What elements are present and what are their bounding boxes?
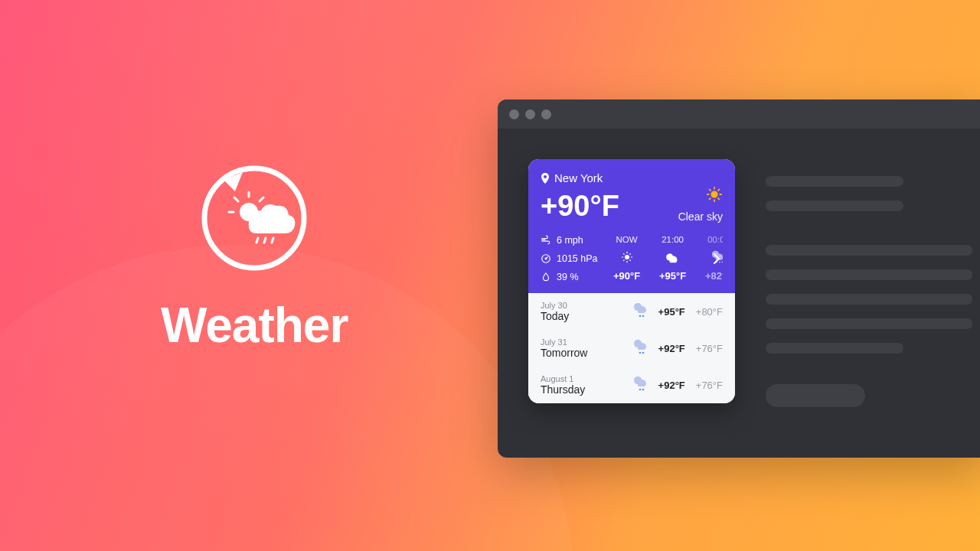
skeleton-line xyxy=(766,201,903,211)
hour-item[interactable]: NOW +90°F xyxy=(607,235,647,282)
hour-temp: +95°F xyxy=(659,270,686,282)
sun-icon xyxy=(620,250,634,264)
svg-line-15 xyxy=(710,190,710,191)
forecast-lo: +80°F xyxy=(696,306,723,318)
skeleton-line xyxy=(766,294,972,305)
humidity-value: 39 % xyxy=(557,272,579,282)
svg-point-10 xyxy=(710,191,717,197)
wind-value: 6 mph xyxy=(557,235,583,246)
skeleton-line xyxy=(766,176,903,187)
window-close-dot[interactable] xyxy=(509,109,519,119)
skeleton-line xyxy=(766,343,903,354)
forecast-lo: +76°F xyxy=(696,343,723,354)
window-titlebar[interactable] xyxy=(498,99,980,129)
svg-line-17 xyxy=(710,198,710,199)
svg-line-4 xyxy=(234,197,238,201)
forecast-day[interactable]: July 31 Tomorrow +92°F +76°F xyxy=(528,330,735,367)
condition-text: Clear sky xyxy=(678,210,723,223)
pressure-icon xyxy=(541,253,551,264)
hero-title: Weather xyxy=(161,297,348,354)
metric-humidity: 39 % xyxy=(541,272,598,282)
forecast-date: July 31 xyxy=(541,337,625,347)
hour-time: 21:00 xyxy=(662,235,684,244)
browser-body: New York +90°F Clear sky xyxy=(498,129,980,458)
wind-icon xyxy=(541,235,551,246)
svg-line-28 xyxy=(623,260,624,261)
chevron-right-icon[interactable] xyxy=(710,253,723,265)
forecast-date: July 30 xyxy=(541,301,625,310)
hour-time: 00:00 xyxy=(707,235,723,244)
forecast-name: Thursday xyxy=(541,383,625,396)
hourly-forecast[interactable]: NOW +90°F 21:00 +95°F xyxy=(607,235,723,282)
cloud-icon xyxy=(665,250,681,264)
forecast-hi: +92°F xyxy=(658,343,685,354)
cloud-rain-icon xyxy=(632,303,651,320)
daily-forecast: July 30 Today +95°F +80°F July 31 Tomorr… xyxy=(528,293,735,403)
metrics: 6 mph 1015 hPa 39 % xyxy=(541,235,598,282)
hero: Weather xyxy=(161,153,348,354)
cloud-rain-icon xyxy=(632,340,651,357)
metric-pressure: 1015 hPa xyxy=(541,253,598,264)
pressure-value: 1015 hPa xyxy=(557,253,598,264)
skeleton-line xyxy=(766,269,972,280)
forecast-name: Today xyxy=(541,310,625,322)
weather-logo-icon xyxy=(189,153,319,283)
svg-line-18 xyxy=(718,190,719,191)
svg-point-36 xyxy=(642,352,644,354)
browser-window: New York +90°F Clear sky xyxy=(498,99,980,458)
location-name: New York xyxy=(554,171,603,184)
forecast-hi: +95°F xyxy=(658,306,685,318)
hour-temp: +82°F xyxy=(705,270,723,282)
hour-temp: +90°F xyxy=(613,270,640,282)
forecast-day[interactable]: July 30 Today +95°F +80°F xyxy=(528,293,735,330)
svg-point-21 xyxy=(625,255,629,259)
svg-line-9 xyxy=(272,238,273,243)
svg-point-37 xyxy=(639,389,641,391)
weather-card: New York +90°F Clear sky xyxy=(528,159,735,403)
window-minimize-dot[interactable] xyxy=(525,109,535,119)
weather-card-header: New York +90°F Clear sky xyxy=(528,159,735,293)
skeleton-line xyxy=(766,245,972,256)
location-row[interactable]: New York xyxy=(541,171,723,184)
svg-line-5 xyxy=(260,197,263,201)
svg-line-29 xyxy=(629,254,630,255)
hour-item[interactable]: 21:00 +95°F xyxy=(653,235,693,282)
svg-point-20 xyxy=(545,258,547,259)
current-temperature: +90°F xyxy=(541,190,619,223)
skeleton-button xyxy=(766,384,865,407)
forecast-day[interactable]: August 1 Thursday +92°F +76°F xyxy=(528,367,735,403)
svg-line-16 xyxy=(718,198,719,199)
svg-line-8 xyxy=(264,238,266,243)
window-zoom-dot[interactable] xyxy=(541,109,551,119)
skeleton-content xyxy=(766,176,980,407)
svg-line-27 xyxy=(629,260,630,261)
svg-point-33 xyxy=(639,315,641,318)
forecast-hi: +92°F xyxy=(658,380,685,391)
location-pin-icon xyxy=(541,173,550,184)
sun-icon xyxy=(706,186,723,203)
metric-wind: 6 mph xyxy=(541,235,598,246)
svg-line-7 xyxy=(256,238,258,243)
svg-line-26 xyxy=(623,254,624,255)
svg-point-35 xyxy=(639,352,641,354)
forecast-lo: +76°F xyxy=(696,380,723,391)
forecast-date: August 1 xyxy=(541,374,625,383)
svg-point-34 xyxy=(642,315,644,318)
hour-time: NOW xyxy=(616,235,637,244)
svg-point-38 xyxy=(642,389,644,391)
humidity-icon xyxy=(541,272,551,282)
skeleton-line xyxy=(766,318,972,329)
forecast-name: Tomorrow xyxy=(541,347,625,359)
cloud-rain-icon xyxy=(632,377,651,393)
